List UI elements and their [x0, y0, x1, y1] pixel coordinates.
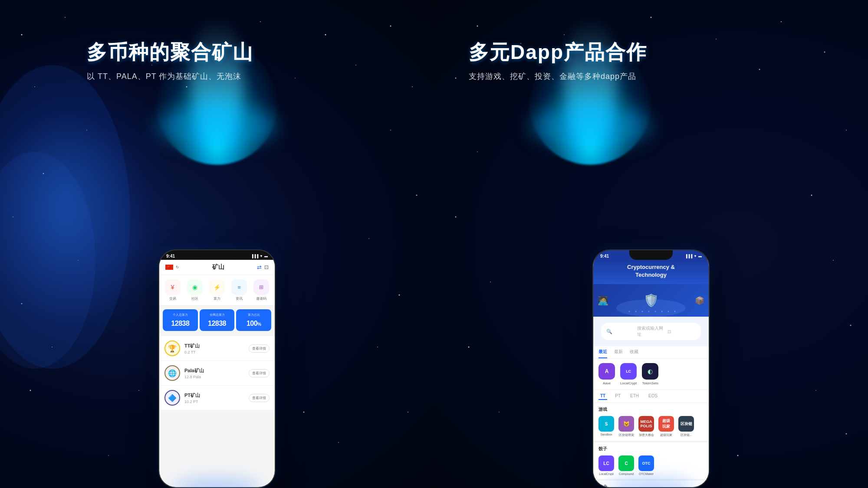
tab-favorites[interactable]: 收藏: [630, 346, 638, 358]
time-left: 9:41: [166, 254, 175, 259]
svg-point-3: [390, 26, 391, 27]
filter-eth[interactable]: ETH: [628, 393, 641, 400]
app-localcrypt[interactable]: LC LocalCrypt: [620, 363, 637, 385]
filter-tt[interactable]: TT: [598, 393, 607, 400]
dice-lc-icon: LC: [598, 455, 614, 471]
aave-icon: A: [598, 363, 615, 380]
svg-point-56: [635, 311, 637, 312]
pt-info: PT矿山 10.2 PT: [184, 392, 244, 404]
exchange-icon[interactable]: ⇄: [257, 264, 262, 271]
svg-point-55: [629, 311, 630, 312]
app-tokensets[interactable]: ◐ TokenSets: [642, 363, 658, 385]
filter-pt[interactable]: PT: [613, 393, 622, 400]
svg-point-5: [412, 86, 413, 87]
app-aave[interactable]: A Aave: [598, 363, 615, 385]
nav-hashrate[interactable]: ⚡ 算力: [209, 279, 225, 301]
stat-network: 全网总算力 12838: [200, 309, 235, 331]
dice-apps: LC LocalCrypt C Compound OTC OTCMaker: [598, 455, 704, 475]
svg-point-0: [21, 34, 23, 36]
tt-detail-btn[interactable]: 查看详情: [249, 344, 270, 353]
tt-info: TT矿山 0.2 TT: [184, 343, 244, 354]
nav-icons-left: ¥ 交易 ◉ 社区 ⚡ 算力 ≡ 资讯: [159, 275, 275, 306]
game-blockchain-other[interactable]: 区块链 区块链...: [678, 416, 694, 437]
svg-point-62: [674, 311, 676, 312]
svg-point-1: [65, 17, 66, 18]
app-header-left: 🇨🇳 ↻ 矿山 ⇄ ⊡: [159, 260, 275, 275]
tt-icon: 🏆: [164, 341, 180, 356]
svg-point-43: [564, 34, 565, 35]
svg-point-51: [499, 412, 500, 413]
refresh-icon[interactable]: ↻: [176, 265, 179, 269]
stat-personal: 个人总算力 12838: [163, 309, 198, 331]
svg-point-18: [416, 195, 418, 196]
category-games: 游戏 S Sandbox 😺 区块链萌宠: [593, 403, 709, 442]
svg-point-47: [477, 151, 478, 152]
game-supergamer[interactable]: 超级玩家 超级玩家: [658, 416, 674, 437]
svg-point-42: [846, 433, 847, 435]
svg-point-57: [642, 311, 643, 312]
dapp-illustration: 🧑‍💻 🛡️ 📦: [593, 284, 709, 317]
time-right: 9:41: [600, 254, 609, 259]
svg-point-32: [477, 26, 478, 27]
dice-localcrypt[interactable]: LC LocalCrypt: [598, 455, 614, 475]
svg-point-48: [455, 216, 457, 218]
game-sandbox[interactable]: S Sandbox: [598, 416, 614, 437]
search-placeholder: 搜索或输入网址: [637, 325, 665, 337]
search-icon: 🔍: [606, 329, 635, 334]
mining-list: 🏆 TT矿山 0.2 TT 查看详情 🌐: [159, 336, 275, 410]
game-blockchain-pet[interactable]: 😺 区块链萌宠: [618, 416, 634, 437]
panel-right: 多元Dapp产品合作 支持游戏、挖矿、投资、金融等多种dapp产品 9:41 ▐…: [434, 0, 868, 488]
filter-eos[interactable]: EOS: [647, 393, 659, 400]
localcrypt-icon: LC: [620, 363, 637, 380]
flag-icon: 🇨🇳: [165, 265, 173, 270]
svg-point-29: [338, 442, 339, 443]
tab-recent[interactable]: 最近: [598, 346, 607, 358]
search-wrapper: 🔍 搜索或输入网址 ⊡: [593, 317, 709, 346]
signal-icon: ▐▐▐: [251, 254, 258, 258]
person-icon: 🧑‍💻: [598, 295, 608, 306]
screen-right: Cryptocurrency &Technology 🧑‍💻 🛡️ 📦: [593, 260, 709, 487]
svg-point-25: [138, 390, 139, 391]
stats-grid: 个人总算力 12838 全网总算力 12838 算力占比 100%: [159, 306, 275, 334]
dapp-header: Cryptocurrency &Technology: [593, 260, 709, 284]
nav-news[interactable]: ≡ 资讯: [231, 279, 247, 301]
search-bar[interactable]: 🔍 搜索或输入网址 ⊡: [601, 323, 701, 340]
svg-point-27: [108, 455, 109, 456]
tab-newest[interactable]: 最新: [614, 346, 623, 358]
game-cryptopolis[interactable]: MEGAPOLIS 加密大都会: [638, 416, 654, 437]
phone-right-container: 9:41 ▐▐▐ ▼ ▬ Cryptocurrency &Technology: [592, 249, 710, 488]
svg-point-8: [260, 21, 261, 22]
svg-point-28: [303, 412, 305, 413]
dapp-title: Cryptocurrency &Technology: [599, 263, 703, 279]
nav-invite[interactable]: ⊞ 邀请码: [253, 279, 269, 301]
aave-label: Aave: [603, 381, 611, 385]
dice-compound[interactable]: C Compound: [618, 455, 634, 475]
pt-detail-btn[interactable]: 查看详情: [249, 394, 270, 402]
tokensets-icon: ◐: [642, 363, 658, 380]
localcrypt-label: LocalCrypt: [620, 381, 637, 385]
category-dice: 骰子 LC LocalCrypt C Compound OTC: [593, 442, 709, 481]
shield-icon: 🛡️: [644, 293, 659, 308]
svg-point-37: [846, 130, 847, 131]
pt-icon: 🔷: [164, 390, 180, 406]
svg-point-4: [355, 65, 356, 66]
nav-trade[interactable]: ¥ 交易: [165, 279, 181, 301]
status-icons-left: ▐▐▐ ▼ ▬: [251, 254, 268, 258]
wifi-icon-r: ▼: [694, 254, 697, 258]
right-heading: 多元Dapp产品合作: [469, 39, 647, 66]
right-panel-title: 多元Dapp产品合作 支持游戏、挖矿、投资、金融等多种dapp产品: [469, 39, 647, 82]
svg-point-38: [811, 195, 812, 196]
svg-point-24: [186, 86, 187, 88]
dice-otcmaker[interactable]: OTC OTCMaker: [638, 455, 654, 475]
scan-icon[interactable]: ⊡: [264, 264, 269, 271]
svg-point-36: [824, 52, 825, 53]
right-subtitle: 支持游戏、挖矿、投资、金融等多种dapp产品: [469, 71, 647, 82]
nav-community[interactable]: ◉ 社区: [187, 279, 203, 301]
pala-detail-btn[interactable]: 查看详情: [249, 369, 270, 377]
svg-point-7: [295, 78, 296, 79]
mining-item-pt: 🔷 PT矿山 10.2 PT 查看详情: [159, 386, 275, 410]
left-heading: 多币种的聚合矿山: [87, 39, 253, 66]
svg-point-17: [390, 130, 391, 131]
svg-point-45: [716, 39, 717, 39]
grid-dots: [625, 308, 677, 314]
